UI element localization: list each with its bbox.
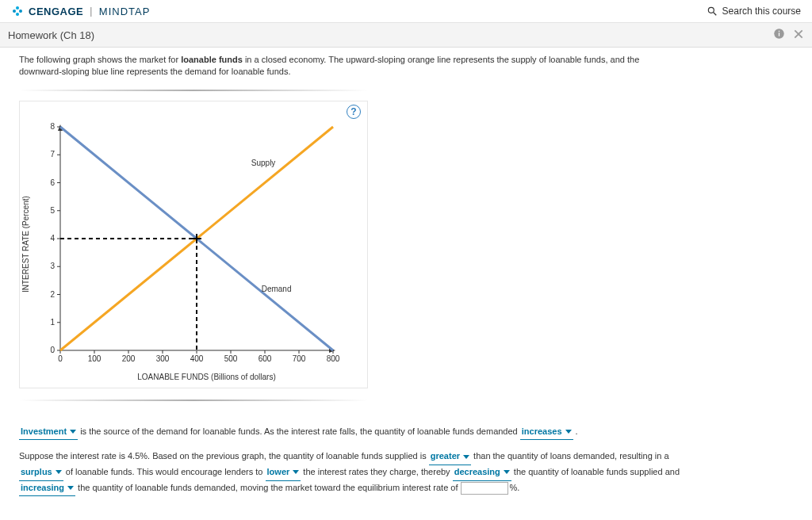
svg-line-5 xyxy=(713,13,716,16)
svg-text:2: 2 xyxy=(50,289,55,298)
svg-text:100: 100 xyxy=(88,354,102,363)
svg-point-3 xyxy=(16,13,19,16)
chart-card: ? INTEREST RATE (Percent) 01234567801002… xyxy=(19,101,368,388)
page-title: Homework (Ch 18) xyxy=(8,29,94,41)
svg-point-2 xyxy=(16,6,19,10)
p2-mid1: than the quantity of loans demanded, res… xyxy=(473,451,668,461)
svg-text:800: 800 xyxy=(327,354,340,363)
svg-rect-8 xyxy=(779,31,779,32)
dropdown-supply-dir[interactable]: decreasing xyxy=(453,465,511,481)
chevron-down-icon xyxy=(504,470,510,474)
p2-pre: Suppose the interest rate is 4.5%. Based… xyxy=(19,451,427,461)
equilibrium-rate-input[interactable] xyxy=(461,482,508,495)
chevron-down-icon xyxy=(56,470,62,474)
p2-mid5: the quantity of loanable funds demanded,… xyxy=(78,483,458,492)
p2-mid3: the interest rates they charge, thereby xyxy=(303,467,450,476)
chevron-down-icon xyxy=(293,470,299,474)
search-label: Search this course xyxy=(722,6,801,17)
svg-text:Demand: Demand xyxy=(262,285,292,293)
y-axis-label: INTEREST RATE (Percent) xyxy=(20,108,32,381)
answer-para-2: Suppose the interest rate is 4.5%. Based… xyxy=(19,449,685,496)
svg-text:300: 300 xyxy=(156,354,170,363)
answer-para-1: Investment is the source of the demand f… xyxy=(19,425,685,441)
sub-bar: Homework (Ch 18) xyxy=(0,23,812,48)
dropdown-demand-dir[interactable]: increasing xyxy=(19,481,75,497)
svg-text:6: 6 xyxy=(50,178,55,186)
divider-top xyxy=(19,90,368,91)
brand: CENGAGE | MINDTAP xyxy=(11,5,150,17)
x-axis-label: LOANABLE FUNDS (Billions of dollars) xyxy=(52,373,361,381)
svg-point-0 xyxy=(13,10,16,13)
svg-text:500: 500 xyxy=(224,354,238,363)
chevron-down-icon xyxy=(70,430,76,434)
svg-text:1: 1 xyxy=(50,318,55,327)
p2-mid4: the quantity of loanable funds supplied … xyxy=(514,467,680,476)
dropdown-rate-dir[interactable]: lower xyxy=(266,465,301,481)
svg-text:0: 0 xyxy=(58,354,63,363)
close-icon[interactable] xyxy=(793,29,804,42)
svg-text:200: 200 xyxy=(122,354,136,363)
help-button[interactable]: ? xyxy=(347,105,361,119)
svg-text:400: 400 xyxy=(190,354,204,363)
top-bar: CENGAGE | MINDTAP Search this course xyxy=(0,0,812,23)
svg-text:8: 8 xyxy=(50,122,55,131)
dropdown-source[interactable]: Investment xyxy=(19,425,78,441)
svg-text:3: 3 xyxy=(50,262,55,270)
svg-text:Supply: Supply xyxy=(251,159,276,167)
dropdown-direction[interactable]: increases xyxy=(520,425,573,441)
svg-rect-7 xyxy=(779,32,779,36)
cengage-logo-icon xyxy=(11,5,24,17)
p2-mid2: of loanable funds. This would encourage … xyxy=(66,467,263,476)
svg-text:0: 0 xyxy=(50,346,55,354)
intro-bold: loanable funds xyxy=(181,55,243,64)
intro-text: The following graph shows the market for… xyxy=(19,54,669,78)
svg-text:7: 7 xyxy=(50,150,55,159)
brand-mindtap: MINDTAP xyxy=(99,6,151,17)
p1-text: is the source of the demand for loanable… xyxy=(80,426,518,436)
chevron-down-icon xyxy=(67,486,74,490)
dropdown-compare[interactable]: greater xyxy=(429,449,471,465)
dropdown-surplus[interactable]: surplus xyxy=(19,465,63,481)
percent-label: % xyxy=(510,483,518,492)
svg-point-4 xyxy=(708,7,714,13)
loanable-funds-chart: 0123456780100200300400500600700800Supply… xyxy=(32,108,349,369)
chevron-down-icon xyxy=(565,430,572,434)
chevron-down-icon xyxy=(463,455,469,459)
search-course[interactable]: Search this course xyxy=(707,6,801,17)
divider-bottom xyxy=(19,400,368,401)
content-area: The following graph shows the market for… xyxy=(0,48,812,515)
intro-pre: The following graph shows the market for xyxy=(19,55,181,64)
svg-text:700: 700 xyxy=(293,354,306,363)
svg-point-1 xyxy=(19,10,22,13)
svg-text:4: 4 xyxy=(50,234,55,243)
search-icon xyxy=(707,6,718,17)
brand-divider: | xyxy=(90,6,93,17)
svg-text:5: 5 xyxy=(50,206,55,215)
info-icon[interactable] xyxy=(773,28,785,42)
brand-cengage: CENGAGE xyxy=(29,6,83,17)
svg-text:600: 600 xyxy=(259,354,272,363)
